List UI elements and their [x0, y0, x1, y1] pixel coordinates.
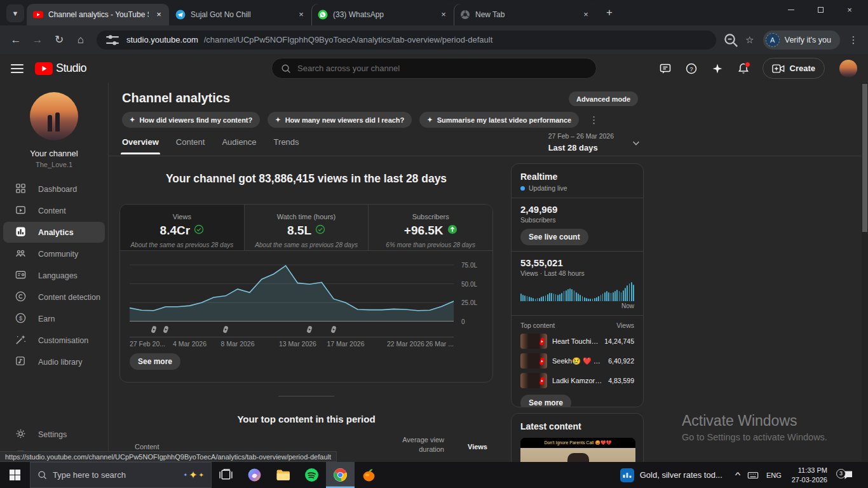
- realtime-bar: [621, 292, 622, 301]
- fl-studio-icon[interactable]: [355, 462, 383, 488]
- studio-logo[interactable]: Studio: [35, 62, 86, 75]
- window-restore-button[interactable]: [806, 0, 835, 19]
- studio-search-bar[interactable]: [271, 58, 597, 79]
- shorts-upload-marker-icon[interactable]: [149, 325, 158, 336]
- page-scrollbar[interactable]: [862, 83, 868, 462]
- taskbar-search-box[interactable]: ✦✦✦: [30, 462, 212, 488]
- upload-markers-row: [130, 325, 454, 334]
- metric-value-text: 8.5L: [287, 224, 311, 238]
- sidebar-item-community[interactable]: Community: [0, 243, 108, 264]
- sidebar-item-dashboard[interactable]: Dashboard: [0, 179, 108, 200]
- ai-question-chip[interactable]: ✦Summarise my latest video performance: [419, 112, 579, 128]
- tray-expand-chevron-icon[interactable]: ^: [735, 470, 741, 480]
- bookmark-star-icon[interactable]: ☆: [742, 32, 758, 48]
- verify-profile-button[interactable]: A Verify it's you: [763, 30, 840, 50]
- file-explorer-icon[interactable]: [269, 462, 297, 488]
- shorts-upload-marker-icon[interactable]: [161, 325, 170, 336]
- now-label: Now: [520, 302, 634, 309]
- touch-keyboard-icon[interactable]: [747, 470, 759, 481]
- tab-content[interactable]: Content: [176, 137, 205, 154]
- search-icon: [281, 64, 291, 74]
- new-tab-button[interactable]: +: [601, 4, 618, 21]
- start-button[interactable]: [0, 462, 30, 488]
- sidebar-item-audio-library[interactable]: Audio library: [0, 351, 108, 372]
- realtime-see-more-button[interactable]: See more: [520, 395, 571, 407]
- shorts-upload-marker-icon[interactable]: [222, 325, 230, 336]
- section-divider: [278, 396, 334, 396]
- scrollbar-thumb[interactable]: [862, 84, 867, 232]
- advanced-mode-button[interactable]: Advanced mode: [569, 92, 638, 106]
- sidebar-item-content-detection[interactable]: Content detection: [0, 287, 108, 308]
- browser-tab[interactable]: Sujal Got No Chill×: [169, 4, 311, 25]
- copilot-icon[interactable]: [240, 462, 269, 488]
- clock-widget[interactable]: 11:33 PM 27-03-2026: [789, 466, 830, 485]
- home-icon[interactable]: ⌂: [71, 30, 90, 50]
- see-live-count-button[interactable]: See live count: [520, 229, 588, 245]
- sidebar-item-earn[interactable]: $Earn: [0, 308, 108, 329]
- tab-trends[interactable]: Trends: [274, 137, 299, 154]
- metric-tab-views[interactable]: Views8.4CrAbout the same as previous 28 …: [120, 205, 245, 250]
- create-button[interactable]: Create: [763, 58, 825, 79]
- metric-tabs: Views8.4CrAbout the same as previous 28 …: [120, 205, 492, 251]
- top-content-row[interactable]: Heart Touching Story…14,24,745: [520, 334, 634, 349]
- create-camera-icon: [772, 64, 785, 74]
- sparkle-ai-icon[interactable]: [710, 62, 724, 76]
- browser-tab[interactable]: Channel analytics - YouTube Stu×: [27, 4, 169, 25]
- feedback-bubble-icon[interactable]: [658, 62, 672, 76]
- tab-close-icon[interactable]: ×: [581, 10, 591, 20]
- language-indicator[interactable]: ENG: [766, 471, 782, 479]
- tab-close-icon[interactable]: ×: [296, 10, 306, 20]
- zoom-icon[interactable]: [722, 32, 739, 48]
- top-content-row[interactable]: Ladki Kamzor Nahi Ho…4,83,599: [520, 373, 634, 388]
- chevron-down-icon: [630, 132, 642, 151]
- y-axis-tick: 0: [461, 318, 465, 325]
- channel-avatar[interactable]: [839, 60, 857, 78]
- metric-tab-subscribers[interactable]: Subscribers+96.5K6% more than previous 2…: [369, 205, 492, 250]
- tab-overview[interactable]: Overview: [122, 137, 159, 154]
- address-bar[interactable]: studio.youtube.com/channel/UCpPw5NOFIgph…: [97, 30, 716, 50]
- menu-hamburger-icon[interactable]: [11, 64, 24, 73]
- sidebar-item-settings[interactable]: Settings: [0, 424, 108, 445]
- views-line-chart[interactable]: 75.0L50.0L25.0L0: [130, 261, 454, 322]
- notifications-bell-icon[interactable]: [736, 62, 750, 76]
- sidebar-item-languages[interactable]: Languages: [0, 265, 108, 286]
- chrome-icon[interactable]: [326, 462, 355, 488]
- taskbar-search-input[interactable]: [53, 470, 178, 480]
- realtime-bar: [604, 292, 606, 301]
- chips-menu-icon[interactable]: ⋮: [587, 114, 602, 126]
- news-widget[interactable]: Gold, silver rates tod...: [612, 462, 731, 488]
- shorts-upload-marker-icon[interactable]: [306, 325, 314, 336]
- realtime-views-bar-chart[interactable]: [520, 282, 634, 301]
- tab-search-chevron-icon[interactable]: ▼: [6, 4, 24, 22]
- latest-video-thumbnail[interactable]: Don't Ignore Parents Call 😡❤️💔: [520, 438, 635, 462]
- tab-audience[interactable]: Audience: [222, 137, 256, 154]
- sidebar-item-customisation[interactable]: Customisation: [0, 330, 108, 351]
- back-icon[interactable]: ←: [6, 30, 25, 50]
- browser-tab[interactable]: (33) WhatsApp×: [311, 4, 454, 25]
- browser-tab[interactable]: New Tab×: [454, 4, 596, 25]
- help-icon[interactable]: ?: [684, 62, 698, 76]
- tab-close-icon[interactable]: ×: [438, 10, 449, 20]
- sidebar-item-analytics[interactable]: Analytics: [3, 222, 105, 243]
- spotify-icon[interactable]: [297, 462, 326, 488]
- studio-search-input[interactable]: [297, 64, 587, 73]
- browser-menu-icon[interactable]: ⋮: [845, 32, 862, 48]
- top-content-row[interactable]: Seekh😢 ❤️ 👊 #yout…6,40,922: [520, 353, 634, 369]
- tab-close-icon[interactable]: ×: [154, 10, 164, 20]
- sidebar-item-content[interactable]: Content: [0, 200, 108, 221]
- realtime-bar: [557, 295, 559, 301]
- see-more-button[interactable]: See more: [130, 353, 180, 370]
- shorts-upload-marker-icon[interactable]: [330, 325, 338, 336]
- sidebar-channel-avatar[interactable]: [30, 92, 78, 140]
- metric-tab-watch-time-hours-[interactable]: Watch time (hours)8.5LAbout the same as …: [245, 205, 369, 250]
- ai-question-chip[interactable]: ✦How many new viewers did I reach?: [268, 112, 412, 128]
- window-close-button[interactable]: ×: [835, 0, 864, 19]
- action-center-button[interactable]: 3: [837, 469, 863, 482]
- site-settings-icon[interactable]: [104, 32, 121, 48]
- task-view-icon[interactable]: [212, 462, 240, 488]
- forward-icon[interactable]: →: [28, 30, 47, 50]
- reload-icon[interactable]: ↻: [50, 30, 69, 50]
- window-minimize-button[interactable]: [776, 0, 806, 19]
- date-range-selector[interactable]: 27 Feb – 26 Mar 2026 Last 28 days: [548, 132, 642, 152]
- ai-question-chip[interactable]: ✦How did viewers find my content?: [122, 112, 260, 128]
